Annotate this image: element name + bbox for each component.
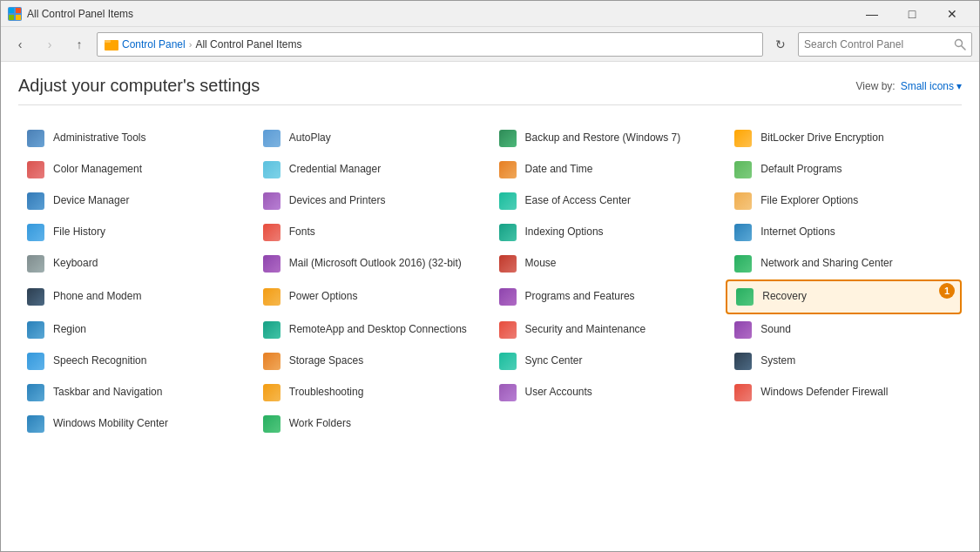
title-bar: All Control Panel Items — □ ✕ — [1, 1, 979, 27]
control-item-bitlocker[interactable]: BitLocker Drive Encryption — [726, 123, 962, 154]
autoplay-label: AutoPlay — [289, 131, 331, 145]
control-item-file-explorer[interactable]: File Explorer Options — [726, 185, 962, 217]
control-item-windows-mobility[interactable]: Windows Mobility Center — [18, 408, 254, 440]
file-explorer-icon — [733, 191, 754, 212]
up-button[interactable]: ↑ — [67, 32, 91, 57]
control-item-troubleshooting[interactable]: Troubleshooting — [254, 377, 490, 408]
control-item-mouse[interactable]: Mouse — [490, 248, 727, 279]
fonts-icon — [261, 222, 282, 243]
control-item-internet-options[interactable]: Internet Options — [726, 217, 962, 248]
control-item-default-programs[interactable]: Default Programs — [726, 154, 962, 185]
mouse-icon — [497, 253, 518, 274]
control-item-device-manager[interactable]: Device Manager — [18, 185, 254, 217]
backup-restore-icon — [497, 128, 518, 149]
control-item-windows-defender[interactable]: Windows Defender Firewall — [726, 377, 962, 408]
windows-mobility-icon — [25, 414, 46, 434]
programs-features-icon — [497, 286, 518, 307]
address-bar: ‹ › ↑ Control Panel › All Control Panel … — [1, 27, 979, 62]
control-item-sound[interactable]: Sound — [726, 314, 962, 346]
control-item-admin-tools[interactable]: Administrative Tools — [18, 123, 254, 154]
back-button[interactable]: ‹ — [8, 32, 32, 57]
control-item-keyboard[interactable]: Keyboard — [18, 248, 254, 279]
storage-spaces-label: Storage Spaces — [289, 354, 363, 368]
backup-restore-label: Backup and Restore (Windows 7) — [525, 131, 681, 145]
control-item-recovery[interactable]: Recovery1 — [726, 279, 962, 314]
keyboard-label: Keyboard — [53, 257, 98, 271]
svg-rect-1 — [16, 8, 21, 13]
control-item-fonts[interactable]: Fonts — [254, 217, 490, 248]
control-item-storage-spaces[interactable]: Storage Spaces — [254, 346, 490, 377]
control-item-programs-features[interactable]: Programs and Features — [490, 279, 727, 314]
control-item-mail[interactable]: Mail (Microsoft Outlook 2016) (32-bit) — [254, 248, 490, 279]
control-item-credential-manager[interactable]: Credential Manager — [254, 154, 490, 185]
address-path[interactable]: Control Panel › All Control Panel Items — [97, 32, 763, 57]
breadcrumb-sep: › — [189, 39, 193, 50]
control-item-network-sharing[interactable]: Network and Sharing Center — [726, 248, 962, 279]
window-title: All Control Panel Items — [27, 8, 133, 20]
search-input[interactable] — [804, 38, 950, 50]
user-accounts-icon — [497, 382, 518, 403]
ease-of-access-icon — [497, 191, 518, 212]
control-item-devices-printers[interactable]: Devices and Printers — [254, 185, 490, 217]
file-history-label: File History — [53, 226, 105, 239]
color-management-label: Color Management — [53, 163, 142, 177]
sync-center-icon — [497, 351, 518, 372]
mail-label: Mail (Microsoft Outlook 2016) (32-bit) — [289, 257, 462, 271]
region-label: Region — [53, 323, 86, 337]
control-item-indexing-options[interactable]: Indexing Options — [490, 217, 727, 248]
device-manager-icon — [25, 191, 46, 212]
control-item-phone-modem[interactable]: Phone and Modem — [18, 279, 254, 314]
svg-line-7 — [962, 45, 966, 50]
view-by-button[interactable]: Small icons ▾ — [901, 80, 962, 92]
control-item-ease-of-access[interactable]: Ease of Access Center — [490, 185, 727, 217]
content-area: Adjust your computer's settings View by:… — [1, 62, 979, 551]
control-item-sync-center[interactable]: Sync Center — [490, 346, 727, 377]
control-item-speech-recognition[interactable]: Speech Recognition — [18, 346, 254, 377]
svg-rect-5 — [105, 40, 111, 43]
system-icon — [733, 351, 754, 372]
minimize-button[interactable]: — — [852, 1, 892, 27]
indexing-options-label: Indexing Options — [525, 226, 604, 239]
recovery-label: Recovery — [762, 290, 807, 304]
taskbar-nav-icon — [25, 382, 46, 403]
file-history-icon — [25, 222, 46, 243]
control-item-user-accounts[interactable]: User Accounts — [490, 377, 727, 408]
control-item-region[interactable]: Region — [18, 314, 254, 346]
search-box[interactable] — [798, 32, 972, 57]
mouse-label: Mouse — [525, 257, 557, 271]
control-item-date-time[interactable]: Date and Time — [490, 154, 727, 185]
taskbar-nav-label: Taskbar and Navigation — [53, 386, 162, 400]
control-item-taskbar-nav[interactable]: Taskbar and Navigation — [18, 377, 254, 408]
work-folders-icon — [261, 414, 282, 434]
control-item-color-management[interactable]: Color Management — [18, 154, 254, 185]
control-item-file-history[interactable]: File History — [18, 217, 254, 248]
items-grid: Administrative ToolsAutoPlayBackup and R… — [18, 123, 962, 440]
maximize-button[interactable]: □ — [892, 1, 932, 27]
breadcrumb-control-panel[interactable]: Control Panel — [122, 38, 186, 50]
color-management-icon — [25, 159, 46, 180]
keyboard-icon — [25, 253, 46, 274]
search-icon — [954, 38, 966, 50]
control-item-remote-app[interactable]: RemoteApp and Desktop Connections — [254, 314, 490, 346]
refresh-button[interactable]: ↻ — [768, 32, 793, 57]
close-button[interactable]: ✕ — [932, 1, 972, 27]
devices-printers-label: Devices and Printers — [289, 194, 386, 208]
folder-icon — [105, 37, 118, 51]
control-item-autoplay[interactable]: AutoPlay — [254, 123, 490, 154]
forward-button[interactable]: › — [37, 32, 62, 57]
page-title: Adjust your computer's settings — [18, 76, 260, 96]
control-item-backup-restore[interactable]: Backup and Restore (Windows 7) — [490, 123, 727, 154]
sound-label: Sound — [760, 323, 791, 337]
mail-icon — [261, 253, 282, 274]
file-explorer-label: File Explorer Options — [760, 194, 858, 208]
network-sharing-label: Network and Sharing Center — [760, 257, 892, 271]
control-item-system[interactable]: System — [726, 346, 962, 377]
troubleshooting-icon — [261, 382, 282, 403]
work-folders-label: Work Folders — [289, 417, 351, 431]
phone-modem-icon — [25, 286, 46, 307]
control-item-power-options[interactable]: Power Options — [254, 279, 490, 314]
control-item-security-maintenance[interactable]: Security and Maintenance — [490, 314, 727, 346]
control-item-work-folders[interactable]: Work Folders — [254, 408, 490, 440]
chevron-down-icon: ▾ — [956, 80, 962, 92]
remote-app-label: RemoteApp and Desktop Connections — [289, 323, 467, 337]
